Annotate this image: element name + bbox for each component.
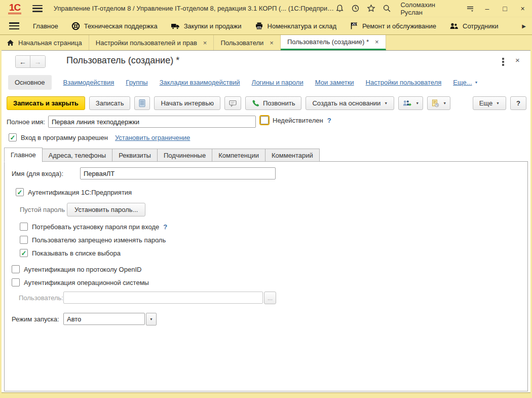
current-user[interactable]: Соломахин Руслан: [400, 1, 457, 16]
close-tab-icon[interactable]: ×: [270, 39, 274, 47]
1c-logo: 1С: [8, 3, 21, 14]
call-button[interactable]: Позвонить: [245, 96, 302, 110]
maximize-button[interactable]: □: [500, 5, 510, 13]
tab-user-settings[interactable]: Настройки пользователей и прав ×: [89, 35, 214, 50]
call-label: Позвонить: [263, 99, 295, 107]
auth-1c-checkbox[interactable]: ✓: [16, 188, 24, 196]
require-password-row: ✓ Потребовать установку пароля при входе…: [20, 223, 167, 231]
inner-tab-competencies[interactable]: Компетенции: [212, 149, 265, 162]
tab-home[interactable]: Начальная страница: [0, 35, 89, 50]
nav-link-interactions[interactable]: Взаимодействия: [63, 79, 115, 86]
tasks-dropdown-button[interactable]: ▼: [427, 96, 450, 110]
menu-item-label: Техническая поддержка: [84, 22, 158, 30]
menu-item-nomenclature-warehouse[interactable]: Номенклатура и склад: [248, 17, 343, 34]
inner-tab-content: Имя (для входа): ✓ Аутентификация 1С:Пре…: [4, 161, 528, 391]
close-window-button[interactable]: ×: [517, 5, 528, 13]
help-button[interactable]: ?: [510, 96, 526, 110]
require-password-checkbox[interactable]: ✓: [20, 223, 28, 231]
run-mode-dropdown-button[interactable]: ▼: [146, 313, 157, 325]
form-close-icon[interactable]: ×: [515, 56, 520, 64]
set-restriction-link[interactable]: Установить ограничение: [115, 134, 190, 141]
menu-item-label: Сотрудники: [463, 22, 498, 30]
menu-item-purchases-sales[interactable]: Закупки и продажи: [164, 17, 248, 34]
notifications-bell-icon[interactable]: [335, 4, 344, 13]
create-based-on-button[interactable]: Создать на основании ▼: [306, 96, 394, 110]
form-more-menu-icon[interactable]: [502, 58, 504, 66]
empty-password-label: Пустой пароль: [20, 206, 65, 213]
sections-hamburger-icon[interactable]: [9, 22, 19, 29]
inner-tab-comment[interactable]: Комментарий: [265, 149, 320, 162]
chevron-down-icon: ▼: [415, 101, 419, 105]
show-in-list-checkbox[interactable]: ✓: [20, 249, 28, 257]
inner-tab-requisites[interactable]: Реквизиты: [112, 149, 158, 162]
show-in-list-label: Показывать в списке выбора: [32, 249, 121, 257]
truck-icon: [171, 22, 180, 30]
add-users-dropdown-button[interactable]: ▼: [398, 96, 423, 110]
form-toolbar: Записать и закрыть Записать Начать интер…: [7, 96, 526, 110]
open-windows-tab-bar: Начальная страница Настройки пользовател…: [0, 34, 532, 50]
auth-os-row: ✓ Аутентификация операционной системы: [12, 278, 149, 286]
os-user-select-button[interactable]: ...: [264, 292, 276, 304]
require-password-help-icon[interactable]: ?: [163, 223, 167, 231]
nav-link-user-settings[interactable]: Настройки пользователя: [366, 79, 442, 86]
menu-item-main[interactable]: Главное: [26, 17, 65, 34]
login-allowed-checkbox[interactable]: ✓: [9, 133, 17, 141]
nav-link-groups[interactable]: Группы: [126, 79, 147, 86]
run-mode-input[interactable]: [63, 313, 145, 325]
close-tab-icon[interactable]: ×: [203, 39, 207, 47]
auth-openid-row: ✓ Аутентификация по протоколу OpenID: [12, 265, 141, 273]
login-name-input[interactable]: [80, 167, 276, 179]
title-bar: 1С Управление IT-отделом 8 / Управление …: [0, 0, 532, 17]
back-button[interactable]: ←: [16, 56, 30, 67]
sections-menu-bar: Главное Техническая поддержка Закупки и …: [0, 17, 532, 34]
search-icon[interactable]: [383, 4, 391, 13]
history-nav-group: ← →: [15, 55, 46, 68]
tab-users[interactable]: Пользователи ×: [214, 35, 280, 50]
set-password-button[interactable]: Установить пароль...: [67, 203, 145, 216]
show-in-list-row: ✓ Показывать в списке выбора: [20, 249, 121, 257]
menu-item-repair-maintenance[interactable]: Ремонт и обслуживание: [343, 17, 443, 34]
full-name-label: Полное имя:: [7, 118, 45, 126]
minimize-button[interactable]: –: [482, 5, 492, 13]
chevron-down-icon: ▼: [496, 101, 500, 105]
service-settings-icon[interactable]: [466, 4, 475, 13]
invalid-row: ✓ Недействителен ?: [260, 116, 331, 124]
invalid-checkbox[interactable]: ✓: [260, 116, 269, 124]
tab-label: Пользователь (создание) *: [287, 38, 369, 46]
auth-openid-label: Аутентификация по протоколу OpenID: [24, 266, 141, 273]
nav-link-main[interactable]: Основное: [8, 75, 52, 90]
invalid-help-icon[interactable]: ?: [327, 117, 331, 124]
menu-overflow-arrow-icon[interactable]: ▶: [519, 23, 529, 29]
nav-link-more[interactable]: Еще... ▼: [453, 79, 478, 86]
phone-icon: [252, 99, 259, 107]
tab-user-create[interactable]: Пользователь (создание) * ×: [281, 35, 386, 50]
main-menu-icon[interactable]: [32, 5, 42, 12]
menu-item-tech-support[interactable]: Техническая поддержка: [65, 17, 164, 34]
full-name-input[interactable]: [48, 116, 256, 128]
printer-icon: [255, 22, 263, 30]
favorites-star-icon[interactable]: [367, 4, 375, 13]
inner-tab-addresses[interactable]: Адреса, телефоны: [43, 149, 113, 162]
nav-link-my-notes[interactable]: Мои заметки: [315, 79, 354, 86]
forbid-change-checkbox[interactable]: ✓: [20, 236, 28, 244]
menu-item-label: Номенклатура и склад: [268, 22, 336, 30]
os-user-input[interactable]: [63, 292, 263, 304]
auth-os-checkbox[interactable]: ✓: [12, 278, 20, 286]
close-tab-icon[interactable]: ×: [375, 38, 379, 46]
history-icon[interactable]: [351, 4, 360, 13]
inner-tab-main[interactable]: Главное: [4, 148, 43, 162]
auth-openid-checkbox[interactable]: ✓: [12, 265, 20, 273]
forward-button[interactable]: →: [30, 56, 45, 67]
save-button[interactable]: Записать: [89, 96, 131, 110]
save-and-close-button[interactable]: Записать и закрыть: [7, 96, 85, 110]
menu-item-employees[interactable]: Сотрудники: [443, 17, 505, 34]
nav-link-logins-passwords[interactable]: Логины и пароли: [252, 79, 303, 86]
comment-button[interactable]: [224, 96, 241, 110]
nav-link-interaction-bookmarks[interactable]: Закладки взаимодействий: [160, 79, 240, 86]
more-actions-button[interactable]: Еще ▼: [473, 96, 506, 110]
app-window: 1С Управление IT-отделом 8 / Управление …: [0, 0, 532, 398]
start-interview-button[interactable]: Начать интервью: [154, 96, 220, 110]
inner-tab-subordinates[interactable]: Подчиненные: [158, 149, 212, 162]
menu-item-label: Главное: [33, 22, 58, 30]
register-records-button[interactable]: [134, 96, 150, 110]
